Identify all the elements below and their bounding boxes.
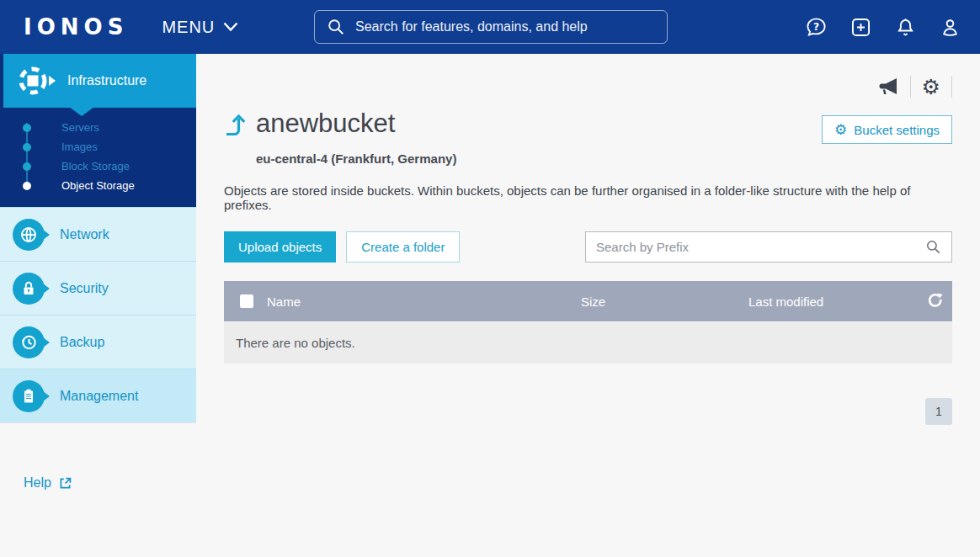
submenu-label: Images (61, 141, 98, 153)
network-globe-icon (13, 219, 45, 251)
refresh-icon[interactable] (926, 292, 945, 310)
chevron-down-icon (223, 22, 238, 32)
ionos-logo[interactable]: IONOS (24, 14, 128, 40)
infrastructure-submenu: Servers Images Block Storage Object Stor… (0, 108, 196, 207)
upload-objects-button[interactable]: Upload objects (224, 231, 336, 263)
sidebar-item-images[interactable]: Images (3, 137, 196, 156)
sidebar-item-management[interactable]: Management (0, 369, 196, 422)
bucket-description: Objects are stored inside buckets. Withi… (224, 183, 952, 212)
sidebar-item-label: Backup (60, 335, 104, 350)
search-icon (327, 18, 345, 36)
submenu-label: Block Storage (61, 160, 130, 172)
menu-button[interactable]: MENU (162, 18, 238, 37)
menu-label: MENU (162, 18, 215, 37)
add-product-icon[interactable] (850, 16, 872, 39)
sidebar-item-security[interactable]: Security (0, 261, 196, 315)
bullet-icon (23, 182, 31, 190)
column-header-name[interactable]: Name (267, 294, 581, 309)
empty-table-row: There are no objects. (224, 322, 952, 363)
empty-message: There are no objects. (236, 336, 355, 350)
bucket-region: eu-central-4 (Frankfurt, Germany) (256, 151, 952, 166)
top-bar: IONOS MENU ? (0, 0, 980, 54)
submenu-label: Object Storage (61, 179, 135, 192)
sidebar-item-servers[interactable]: Servers (3, 118, 196, 137)
sidebar: Infrastructure Servers Images Block Stor… (0, 54, 196, 557)
create-folder-button[interactable]: Create a folder (346, 231, 460, 263)
separator (951, 76, 952, 98)
external-link-icon (58, 476, 72, 491)
sidebar-item-network[interactable]: Network (0, 207, 196, 261)
table-header-row: Name Size Last modified (224, 281, 952, 321)
sidebar-item-object-storage[interactable]: Object Storage (3, 176, 196, 195)
submenu-label: Servers (61, 121, 99, 134)
global-search-input[interactable] (355, 19, 655, 34)
content-toolbar: ⚙ (224, 76, 952, 98)
sidebar-item-block-storage[interactable]: Block Storage (3, 156, 196, 176)
sidebar-item-backup[interactable]: Backup (0, 315, 196, 369)
prefix-search-input[interactable] (596, 240, 925, 254)
sidebar-item-label: Management (60, 389, 138, 404)
bullet-icon (23, 143, 31, 151)
help-link[interactable]: Help (24, 475, 72, 491)
sidebar-footer: Help (0, 422, 196, 557)
action-row: Upload objects Create a folder (224, 231, 952, 263)
backup-clock-icon (13, 326, 45, 358)
separator (910, 76, 911, 98)
column-header-last-modified[interactable]: Last modified (748, 294, 919, 309)
settings-gear-icon[interactable]: ⚙ (922, 77, 940, 98)
notifications-bell-icon[interactable] (894, 16, 917, 39)
bucket-settings-button[interactable]: ⚙ Bucket settings (822, 115, 952, 144)
column-header-size[interactable]: Size (581, 294, 748, 309)
page-title: anewbucket (256, 109, 395, 139)
sidebar-item-label: Security (60, 281, 109, 296)
select-all-checkbox[interactable] (240, 294, 253, 308)
main-content: ⚙ anewbucket ⚙ Bucket settings eu-centra… (196, 54, 980, 557)
active-section-notch (69, 107, 94, 116)
prefix-search[interactable] (585, 231, 952, 263)
announcements-megaphone-icon[interactable] (877, 77, 899, 97)
bucket-settings-label: Bucket settings (854, 123, 940, 137)
title-row: anewbucket ⚙ Bucket settings (224, 109, 952, 144)
security-lock-icon (13, 273, 45, 305)
sidebar-item-label: Infrastructure (67, 73, 146, 88)
svg-text:?: ? (813, 20, 819, 32)
bullet-icon (23, 124, 31, 132)
global-search[interactable] (314, 10, 668, 44)
search-icon (925, 239, 941, 255)
topbar-icons: ? (805, 0, 961, 54)
help-bubble-icon[interactable]: ? (805, 16, 828, 39)
management-clipboard-icon (13, 380, 45, 412)
bullet-icon (23, 162, 31, 171)
pagination: 1 (224, 398, 952, 425)
sidebar-item-infrastructure[interactable]: Infrastructure (0, 54, 196, 108)
gear-icon: ⚙ (834, 121, 847, 138)
page-1-button[interactable]: 1 (925, 398, 952, 425)
refresh-column (919, 292, 952, 310)
account-user-icon[interactable] (939, 16, 961, 39)
back-up-arrow-icon[interactable] (224, 114, 247, 136)
sidebar-item-label: Network (60, 227, 109, 242)
infrastructure-icon (15, 63, 51, 98)
help-label: Help (24, 475, 51, 491)
objects-table: Name Size Last modified There are no obj… (224, 281, 952, 363)
